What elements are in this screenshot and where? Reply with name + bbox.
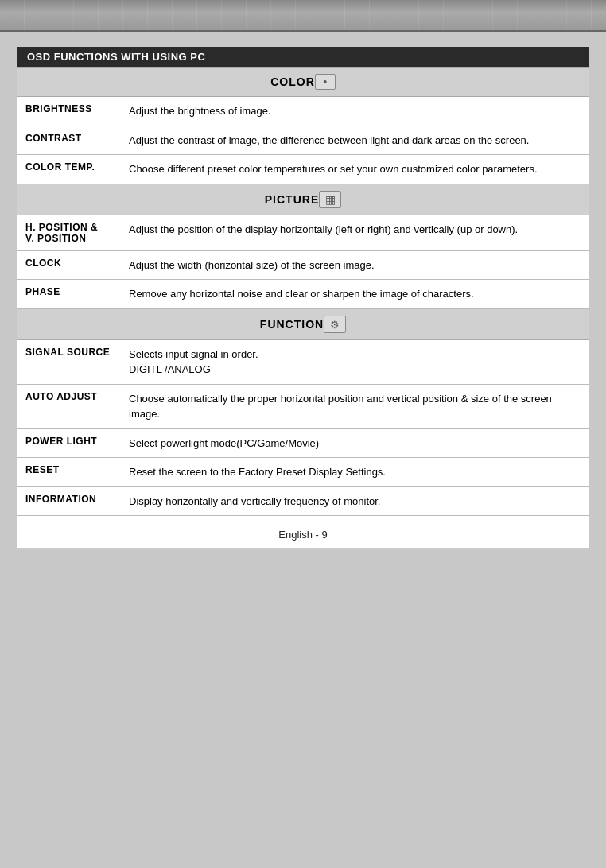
desc-cell: Remove any horizontal noise and clear or… [121,280,589,309]
term-cell: COLOR TEMP. [17,155,121,184]
desc-cell: Selects input signal in order.DIGITL /AN… [121,339,589,384]
desc-cell: Adjust the contrast of image, the differ… [121,126,589,155]
category-cell-function: FUNCTION [17,308,589,339]
table-row: COLOR TEMP.Choose different preset color… [17,155,589,184]
category-row-picture: PICTURE [17,184,589,215]
function-icon [324,316,346,333]
desc-cell: Adjust the width (horizontal size) of th… [121,250,589,280]
term-cell: PHASE [17,280,121,309]
desc-cell: Choose different preset color temperatur… [121,155,589,184]
term-cell: POWER LIGHT [17,428,121,458]
table-row: SIGNAL SOURCESelects input signal in ord… [17,339,589,384]
table-row: CLOCKAdjust the width (horizontal size) … [17,250,589,280]
desc-cell: Select powerlight mode(PC/Game/Movie) [121,428,589,458]
category-cell-color: COLOR [17,68,589,97]
term-cell: AUTO ADJUST [17,384,121,428]
section-title: OSD FUNCTIONS WITH USING PC [17,47,589,67]
footer-text: English - 9 [17,516,589,548]
desc-cell: Adjust the position of the display horiz… [121,215,589,250]
desc-cell: Adjust the brightness of image. [121,97,589,126]
term-cell: RESET [17,458,121,487]
table-row: PHASERemove any horizontal noise and cle… [17,280,589,309]
table-row: POWER LIGHTSelect powerlight mode(PC/Gam… [17,428,589,458]
category-cell-picture: PICTURE [17,184,589,215]
table-row: AUTO ADJUSTChoose automatically the prop… [17,384,589,428]
category-label-picture: PICTURE [265,193,319,206]
desc-cell: Display horizontally and vertically freq… [121,486,589,516]
category-label-function: FUNCTION [260,318,324,331]
color-icon [315,74,336,90]
picture-icon [319,191,341,208]
category-label-color: COLOR [270,76,315,88]
page-content: OSD FUNCTIONS WITH USING PC COLORBRIGHTN… [17,46,589,549]
table-row: CONTRASTAdjust the contrast of image, th… [17,126,589,155]
osd-table: COLORBRIGHTNESSAdjust the brightness of … [17,67,589,516]
category-row-function: FUNCTION [17,308,589,339]
table-row: BRIGHTNESSAdjust the brightness of image… [17,97,589,126]
table-row: RESETReset the screen to the Factory Pre… [17,458,589,487]
term-cell: BRIGHTNESS [17,97,121,126]
category-row-color: COLOR [17,68,589,97]
term-cell: INFORMATION [17,486,121,516]
desc-cell: Reset the screen to the Factory Preset D… [121,458,589,487]
term-cell: CLOCK [17,250,121,280]
term-cell: SIGNAL SOURCE [17,339,121,384]
top-banner [0,0,606,32]
term-cell: H. POSITION &V. POSITION [17,215,121,250]
table-row: H. POSITION &V. POSITIONAdjust the posit… [17,215,589,250]
term-cell: CONTRAST [17,126,121,155]
table-row: INFORMATIONDisplay horizontally and vert… [17,486,589,516]
desc-cell: Choose automatically the proper horizont… [121,384,589,428]
